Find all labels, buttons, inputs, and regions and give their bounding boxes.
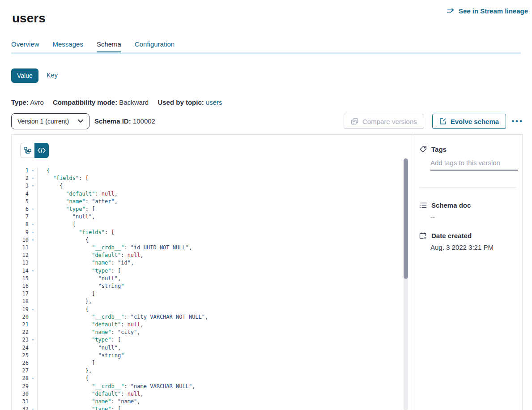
- fold-gutter: [29, 282, 37, 290]
- line-number: 31: [12, 398, 29, 406]
- compare-versions-label: Compare versions: [362, 118, 417, 125]
- code-line: 8▾ {: [12, 221, 402, 228]
- fold-triangle-icon[interactable]: ▾: [29, 167, 37, 175]
- code-line: 22 "name": "city",: [12, 329, 402, 336]
- code-line: 24 "null",: [12, 344, 402, 352]
- fold-triangle-icon[interactable]: ▾: [29, 229, 37, 236]
- fold-gutter: [29, 383, 37, 390]
- stream-lineage-label: See in Stream lineage: [459, 7, 528, 15]
- evolve-schema-label: Evolve schema: [451, 118, 499, 125]
- code-line-content: "default": null,: [37, 190, 402, 198]
- schema-doc-section-header: Schema doc: [419, 201, 471, 209]
- code-line-content: ]: [37, 359, 402, 367]
- code-line: 5 "name": "after",: [12, 198, 402, 205]
- code-line-content: "default": null,: [37, 252, 402, 259]
- code-editor[interactable]: 1▾{2▾ "fields": [3▾ {4 "default": null,5…: [12, 167, 402, 410]
- code-line: 20 "__crdb__": "city VARCHAR NOT NULL",: [12, 313, 402, 321]
- tag-icon: [419, 145, 427, 153]
- fold-triangle-icon[interactable]: ▾: [29, 306, 37, 313]
- fold-gutter: [29, 298, 37, 305]
- line-number: 7: [12, 213, 29, 221]
- code-line-content: "fields": [: [37, 229, 402, 236]
- date-created-section-header: Date created: [419, 232, 472, 239]
- code-view-button[interactable]: [34, 143, 49, 158]
- schema-panel: 1▾{2▾ "fields": [3▾ {4 "default": null,5…: [11, 134, 523, 410]
- view-mode-toggle: [20, 143, 49, 158]
- line-number: 9: [12, 229, 29, 236]
- date-created-value: Aug. 3 2022 3:21 PM: [430, 243, 494, 251]
- code-line-content: "name": "name",: [37, 398, 402, 406]
- value-toggle-button[interactable]: Value: [11, 68, 38, 83]
- schema-sidebar: Tags Schema doc -- Date created Aug: [412, 135, 523, 410]
- topic-link[interactable]: users: [206, 98, 222, 106]
- compatibility-value: Backward: [119, 98, 149, 106]
- fold-gutter: [29, 329, 37, 336]
- tab-configuration[interactable]: Configuration: [135, 40, 174, 51]
- fold-triangle-icon[interactable]: ▾: [29, 267, 37, 275]
- code-line-content: "null",: [37, 275, 402, 282]
- fold-triangle-icon[interactable]: ▾: [29, 221, 37, 228]
- code-line: 13 "name": "id",: [12, 259, 402, 267]
- tab-messages[interactable]: Messages: [53, 40, 83, 51]
- code-line: 15 "null",: [12, 275, 402, 282]
- edit-icon: [439, 118, 447, 125]
- line-number: 22: [12, 329, 29, 336]
- line-number: 23: [12, 336, 29, 344]
- tree-view-icon: [24, 147, 31, 154]
- code-line: 11 "__crdb__": "id UUID NOT NULL",: [12, 244, 402, 252]
- fold-gutter: [29, 259, 37, 267]
- fold-triangle-icon[interactable]: ▾: [29, 406, 37, 410]
- editor-scrollbar-thumb[interactable]: [404, 158, 408, 279]
- code-line: 31 "name": "name",: [12, 398, 402, 406]
- code-line: 29 "__crdb__": "name VARCHAR NULL",: [12, 383, 402, 390]
- code-line: 4 "default": null,: [12, 190, 402, 198]
- tab-schema[interactable]: Schema: [97, 40, 121, 51]
- line-number: 24: [12, 344, 29, 352]
- schema-doc-value: --: [430, 213, 435, 221]
- line-number: 27: [12, 367, 29, 375]
- compare-versions-button[interactable]: Compare versions: [344, 114, 424, 129]
- code-line-content: "fields": [: [37, 175, 402, 182]
- code-line: 9▾ "fields": [: [12, 229, 402, 236]
- fold-triangle-icon[interactable]: ▾: [29, 175, 37, 182]
- line-number: 19: [12, 306, 29, 313]
- fold-gutter: [29, 275, 37, 282]
- more-options-button[interactable]: •••: [511, 117, 523, 126]
- stream-lineage-link[interactable]: See in Stream lineage: [447, 7, 528, 15]
- line-number: 13: [12, 259, 29, 267]
- line-number: 17: [12, 290, 29, 298]
- code-line: 17 ]: [12, 290, 402, 298]
- editor-scrollbar[interactable]: [404, 158, 408, 410]
- line-number: 32: [12, 406, 29, 410]
- code-line-content: "default": null,: [37, 390, 402, 398]
- schema-doc-title: Schema doc: [431, 201, 471, 209]
- type-label: Type:: [11, 98, 29, 106]
- fold-gutter: [29, 344, 37, 352]
- line-number: 30: [12, 390, 29, 398]
- code-line: 26 ]: [12, 359, 402, 367]
- code-line-content: {: [37, 221, 402, 228]
- code-line: 14▾ "type": [: [12, 267, 402, 275]
- code-line-content: "null",: [37, 213, 402, 221]
- code-line: 30 "default": null,: [12, 390, 402, 398]
- tab-overview[interactable]: Overview: [11, 40, 39, 51]
- fold-gutter: [29, 367, 37, 375]
- code-line: 16 "string": [12, 282, 402, 290]
- fold-triangle-icon[interactable]: ▾: [29, 182, 37, 190]
- tab-underline-track: [11, 52, 521, 54]
- add-tags-input[interactable]: [430, 159, 518, 171]
- chevron-down-icon: [78, 120, 83, 123]
- evolve-schema-button[interactable]: Evolve schema: [432, 114, 506, 129]
- fold-triangle-icon[interactable]: ▾: [29, 375, 37, 382]
- tree-view-button[interactable]: [20, 143, 34, 158]
- code-line-content: "type": [: [37, 267, 402, 275]
- line-number: 3: [12, 182, 29, 190]
- version-select[interactable]: Version 1 (current): [11, 113, 89, 129]
- fold-triangle-icon[interactable]: ▾: [29, 336, 37, 344]
- key-toggle-button[interactable]: Key: [47, 72, 58, 79]
- fold-triangle-icon[interactable]: ▾: [29, 236, 37, 244]
- code-line: 18 },: [12, 298, 402, 305]
- line-number: 6: [12, 205, 29, 213]
- code-line-content: "type": [: [37, 336, 402, 344]
- fold-triangle-icon[interactable]: ▾: [29, 205, 37, 213]
